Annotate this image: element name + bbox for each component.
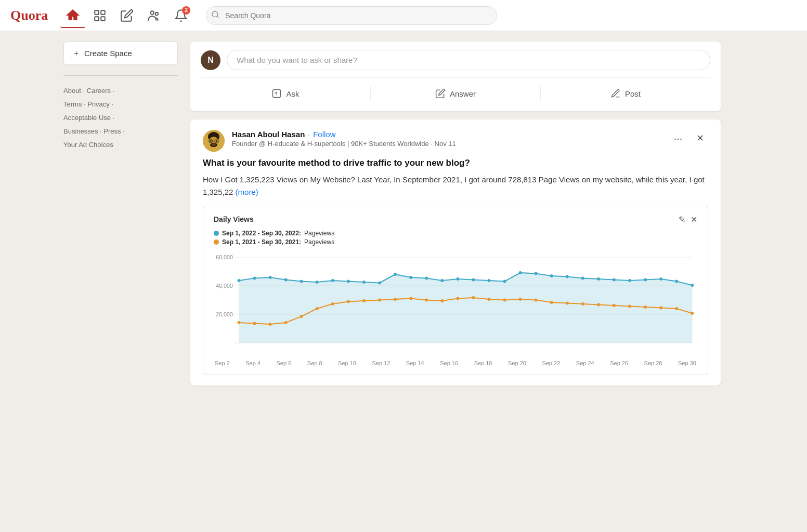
sidebar-ad-choices-link[interactable]: Your Ad Choices (63, 141, 113, 149)
chart-header: Daily Views ✎ ✕ (214, 215, 697, 224)
svg-point-39 (409, 276, 412, 279)
svg-point-78 (550, 301, 553, 304)
svg-point-75 (503, 298, 506, 301)
main-content: N What do you want to ask or share? Ask (190, 42, 721, 385)
svg-point-55 (659, 277, 662, 281)
svg-point-71 (440, 299, 444, 302)
post-header: Hasan Aboul Hasan · Follow Founder @ H-e… (203, 130, 708, 152)
author-name[interactable]: Hasan Aboul Hasan (232, 130, 305, 139)
answer-label: Answer (450, 89, 476, 98)
svg-rect-0 (95, 10, 99, 15)
sidebar-divider (63, 75, 178, 76)
svg-text:60,000: 60,000 (216, 254, 233, 260)
answer-button[interactable]: Answer (371, 84, 540, 103)
svg-rect-2 (95, 17, 99, 21)
legend-dot-2022 (214, 231, 219, 236)
logo[interactable]: Quora (10, 8, 48, 23)
svg-point-79 (566, 301, 569, 304)
svg-point-49 (566, 275, 569, 278)
svg-point-81 (597, 303, 600, 306)
svg-point-65 (347, 300, 350, 303)
svg-point-37 (378, 281, 381, 284)
sidebar-acceptable-use-link[interactable]: Acceptable Use (63, 114, 111, 122)
x-label-sep24: Sep 24 (576, 360, 594, 366)
legend-label-2022: Pageviews (304, 230, 334, 237)
sidebar-terms-link[interactable]: Terms (63, 100, 82, 108)
header: Quora (0, 0, 807, 31)
x-label-sep30: Sep 30 (678, 360, 696, 366)
svg-point-80 (581, 302, 584, 305)
post-icon (610, 88, 621, 99)
close-post-button[interactable]: ✕ (692, 130, 708, 147)
follow-button[interactable]: Follow (313, 130, 335, 139)
svg-point-35 (347, 280, 350, 283)
svg-point-32 (300, 280, 303, 283)
search-input[interactable] (206, 6, 497, 25)
svg-point-77 (535, 298, 538, 301)
svg-point-40 (425, 276, 428, 280)
post-button[interactable]: Post (541, 84, 710, 103)
nav-home-button[interactable] (60, 3, 85, 28)
compose-box: N What do you want to ask or share? Ask (190, 42, 721, 111)
svg-point-30 (269, 276, 272, 279)
x-label-sep20: Sep 20 (508, 360, 526, 366)
chart-legend: Sep 1, 2022 - Sep 30, 2022: Pageviews Se… (214, 230, 697, 246)
svg-point-74 (488, 298, 491, 301)
svg-point-44 (488, 279, 491, 282)
post-label: Post (625, 89, 641, 98)
more-options-button[interactable]: ··· (670, 130, 686, 147)
svg-point-45 (503, 280, 506, 283)
chart-edit-button[interactable]: ✎ (679, 215, 685, 224)
svg-point-8 (277, 95, 277, 95)
follow-separator: · (308, 130, 310, 139)
sidebar-press-link[interactable]: Press (103, 127, 121, 135)
compose-actions: Ask Answer Post (201, 77, 710, 103)
svg-point-43 (472, 278, 475, 281)
search-bar (206, 6, 497, 25)
create-space-button[interactable]: ＋ Create Space (63, 42, 178, 65)
nav-icons: 2 (60, 3, 193, 28)
svg-point-72 (456, 297, 459, 300)
svg-point-53 (628, 279, 631, 282)
nav-notifications-button[interactable]: 2 (168, 3, 193, 28)
compose-input[interactable]: What do you want to ask or share? (227, 50, 710, 70)
search-icon (211, 10, 219, 21)
svg-point-57 (691, 284, 694, 287)
nav-feed-button[interactable] (87, 3, 112, 28)
x-label-sep18: Sep 18 (474, 360, 492, 366)
post-question: What is your favourite method to drive t… (203, 157, 708, 169)
svg-point-38 (394, 273, 397, 276)
x-label-sep10: Sep 10 (338, 360, 356, 366)
legend-label-2021: Pageviews (304, 238, 334, 246)
svg-point-28 (238, 279, 241, 282)
author-avatar[interactable] (203, 130, 225, 152)
post-body-text: How I Got 1,325,223 Views on My Website?… (203, 175, 705, 196)
svg-point-16 (216, 140, 217, 142)
svg-point-73 (472, 296, 475, 299)
svg-point-62 (300, 315, 303, 318)
ask-button[interactable]: Ask (201, 84, 370, 103)
sidebar-privacy-link[interactable]: Privacy (87, 100, 110, 108)
more-link[interactable]: (more) (236, 188, 258, 196)
svg-text:40,000: 40,000 (216, 283, 233, 289)
notification-badge: 2 (182, 6, 190, 15)
legend-dot-2021 (214, 240, 219, 245)
svg-point-46 (519, 271, 522, 274)
x-label-sep2: Sep 2 (215, 360, 230, 366)
sidebar-businesses-link[interactable]: Businesses (63, 127, 98, 135)
nav-spaces-button[interactable] (141, 3, 166, 28)
nav-answer-button[interactable] (114, 3, 139, 28)
x-label-sep26: Sep 26 (610, 360, 628, 366)
chart-title: Daily Views (214, 215, 254, 223)
svg-point-69 (409, 297, 412, 300)
sidebar-about-link[interactable]: About (63, 87, 81, 95)
svg-point-59 (253, 322, 256, 325)
sidebar-careers-link[interactable]: Careers (87, 87, 111, 95)
post-card: Hasan Aboul Hasan · Follow Founder @ H-e… (190, 119, 721, 385)
svg-rect-1 (101, 10, 105, 15)
post-body: How I Got 1,325,223 Views on My Website?… (203, 174, 708, 198)
x-label-sep14: Sep 14 (406, 360, 424, 366)
sidebar-links: About · Careers · Terms · Privacy · Acce… (63, 84, 178, 152)
chart-close-button[interactable]: ✕ (691, 215, 697, 224)
svg-point-54 (644, 278, 647, 281)
